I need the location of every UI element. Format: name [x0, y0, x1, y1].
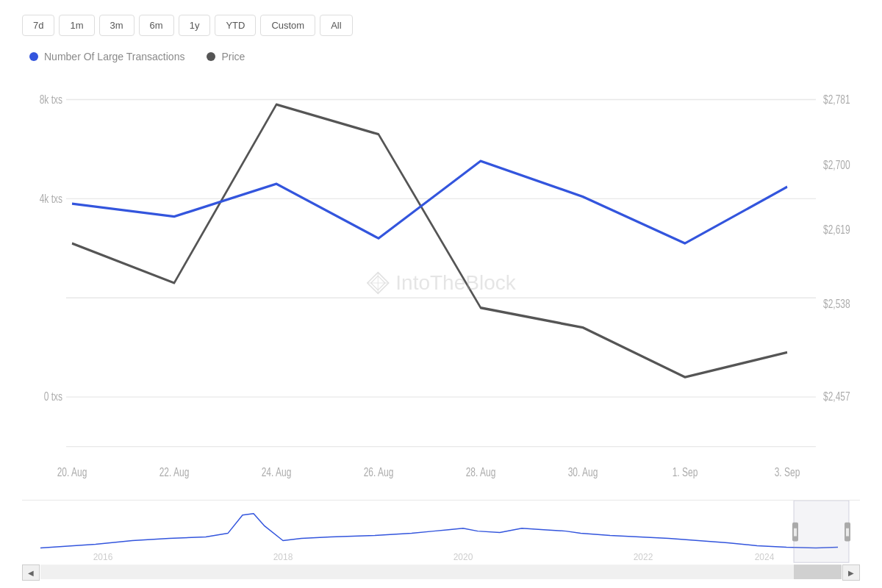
btn-custom[interactable]: Custom — [260, 15, 315, 36]
svg-text:2018: 2018 — [273, 552, 293, 562]
btn-ytd[interactable]: YTD — [215, 15, 256, 36]
btn-3m[interactable]: 3m — [99, 15, 135, 36]
svg-text:0 txs: 0 txs — [44, 390, 62, 404]
main-chart-svg: 8k txs 4k txs 0 txs $2,781 $2,700 $2,619… — [22, 70, 860, 496]
svg-rect-33 — [845, 523, 850, 542]
legend-item-transactions: Number Of Large Transactions — [29, 51, 184, 62]
scroll-right-button[interactable]: ▶ — [842, 564, 860, 581]
svg-text:$2,700: $2,700 — [823, 158, 850, 171]
svg-text:$2,457: $2,457 — [823, 390, 850, 404]
navigator-area: ◀ ▶ 2016 2018 2020 2022 2024 — [22, 500, 860, 581]
time-range-bar: 7d 1m 3m 6m 1y YTD Custom All — [22, 15, 860, 36]
svg-text:2020: 2020 — [453, 552, 473, 562]
navigator-svg[interactable]: 2016 2018 2020 2022 2024 — [22, 501, 860, 581]
svg-text:24. Aug: 24. Aug — [262, 465, 292, 478]
scroll-left-icon: ◀ — [28, 569, 34, 577]
btn-6m[interactable]: 6m — [139, 15, 174, 36]
svg-text:22. Aug: 22. Aug — [159, 465, 190, 478]
scroll-left-button[interactable]: ◀ — [22, 564, 40, 581]
main-chart: IntoTheBlock 8k txs 4k txs 0 txs $2,781 … — [22, 70, 860, 496]
svg-text:$2,619: $2,619 — [823, 223, 850, 236]
svg-text:1. Sep: 1. Sep — [673, 465, 698, 478]
price-label: Price — [221, 51, 245, 62]
transactions-dot — [29, 52, 38, 61]
btn-1y[interactable]: 1y — [179, 15, 211, 36]
svg-rect-39 — [794, 564, 842, 579]
chart-wrapper: IntoTheBlock 8k txs 4k txs 0 txs $2,781 … — [22, 70, 860, 581]
transactions-label: Number Of Large Transactions — [44, 51, 184, 62]
svg-text:30. Aug: 30. Aug — [568, 465, 598, 478]
scroll-right-icon: ▶ — [848, 569, 854, 577]
transactions-line — [72, 161, 787, 243]
svg-rect-31 — [794, 501, 849, 562]
svg-rect-38 — [40, 564, 842, 579]
svg-text:3. Sep: 3. Sep — [775, 465, 800, 478]
svg-text:2024: 2024 — [755, 552, 775, 562]
svg-rect-32 — [792, 523, 798, 542]
btn-7d[interactable]: 7d — [22, 15, 54, 36]
svg-text:4k txs: 4k txs — [40, 192, 62, 205]
legend-item-price: Price — [207, 51, 245, 62]
svg-text:2022: 2022 — [634, 552, 653, 562]
price-dot — [207, 52, 215, 61]
svg-text:$2,781: $2,781 — [823, 93, 850, 106]
svg-text:2016: 2016 — [93, 552, 113, 562]
svg-rect-25 — [22, 501, 860, 562]
chart-legend: Number Of Large Transactions Price — [22, 51, 860, 62]
svg-text:8k txs: 8k txs — [40, 93, 62, 106]
chart-container: 7d 1m 3m 6m 1y YTD Custom All Number Of … — [0, 0, 882, 588]
btn-1m[interactable]: 1m — [59, 15, 94, 36]
svg-text:20. Aug: 20. Aug — [57, 465, 87, 478]
btn-all[interactable]: All — [320, 15, 352, 36]
svg-text:$2,538: $2,538 — [823, 297, 850, 310]
svg-text:28. Aug: 28. Aug — [466, 465, 496, 478]
svg-text:26. Aug: 26. Aug — [364, 465, 394, 478]
